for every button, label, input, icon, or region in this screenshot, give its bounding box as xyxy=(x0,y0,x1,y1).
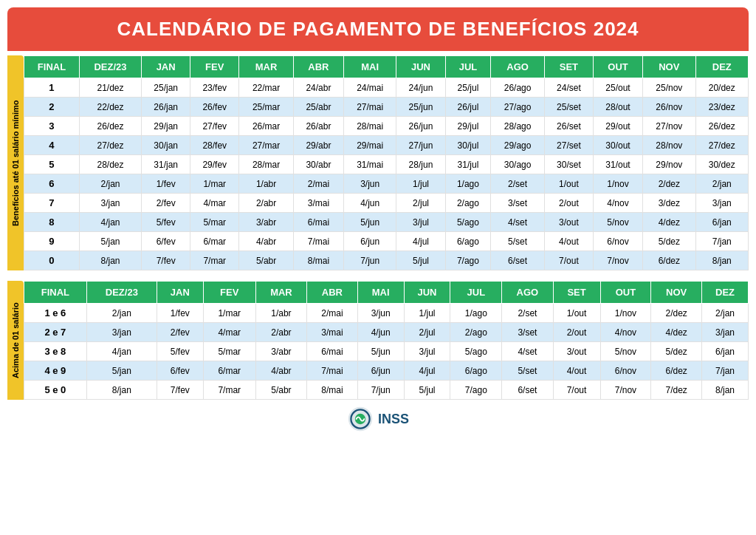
table-cell: 4/nov xyxy=(600,323,651,342)
column-header: MAR xyxy=(255,282,306,304)
table-cell: 20/dez xyxy=(695,78,748,98)
table-cell: 1/mar xyxy=(190,174,239,194)
table-cell: 3/out xyxy=(544,213,593,232)
table-cell: 7 xyxy=(24,194,80,213)
table-cell: 2/abr xyxy=(239,194,293,213)
table-cell: 2/fev xyxy=(157,323,203,342)
table-cell: 28/mai xyxy=(344,117,396,136)
table-cell: 26/mar xyxy=(239,117,293,136)
column-header: FINAL xyxy=(24,282,87,304)
table-cell: 7/jan xyxy=(702,361,749,381)
table-cell: 6/fev xyxy=(157,361,203,381)
table-cell: 6/mai xyxy=(307,342,358,361)
table-cell: 2 e 7 xyxy=(24,323,87,342)
table-cell: 7/nov xyxy=(593,251,642,270)
column-header: OUT xyxy=(593,56,642,78)
table-cell: 25/mar xyxy=(239,98,293,117)
table-cell: 29/ago xyxy=(491,136,544,155)
table-cell: 29/jul xyxy=(445,117,491,136)
table-cell: 26/jan xyxy=(142,98,190,117)
table-cell: 28/out xyxy=(593,98,642,117)
table-cell: 2/dez xyxy=(651,304,702,323)
column-header: DEZ xyxy=(702,282,749,304)
table-cell: 5/fev xyxy=(157,342,203,361)
table-cell: 5/dez xyxy=(651,342,702,361)
table-cell: 28/jun xyxy=(396,155,445,174)
column-header: FEV xyxy=(203,282,255,304)
table-cell: 3/jul xyxy=(396,213,445,232)
table-cell: 8 xyxy=(24,213,80,232)
table-cell: 4/mar xyxy=(203,323,255,342)
table-row: 1 e 62/jan1/fev1/mar1/abr2/mai3/jun1/jul… xyxy=(24,304,749,323)
table-cell: 25/out xyxy=(593,78,642,98)
table-cell: 24/set xyxy=(544,78,593,98)
table-cell: 31/jan xyxy=(142,155,190,174)
column-header: DEZ/23 xyxy=(79,56,141,78)
table-cell: 1/nov xyxy=(600,304,651,323)
table-cell: 0 xyxy=(24,251,80,270)
table-cell: 31/out xyxy=(593,155,642,174)
table-cell: 2/jul xyxy=(404,323,450,342)
table-cell: 2/ago xyxy=(450,323,502,342)
table-cell: 4/dez xyxy=(643,213,695,232)
table-cell: 3/set xyxy=(502,323,553,342)
table-cell: 7/jun xyxy=(344,251,396,270)
table-cell: 3/abr xyxy=(239,213,293,232)
table-cell: 26/set xyxy=(544,117,593,136)
table-cell: 5/jun xyxy=(357,342,404,361)
table-cell: 27/nov xyxy=(643,117,695,136)
table-cell: 25/nov xyxy=(643,78,695,98)
section1-table: FINALDEZ/23JANFEVMARABRMAIJUNJULAGOSETOU… xyxy=(24,55,749,270)
column-header: DEZ xyxy=(695,56,748,78)
column-header: JUL xyxy=(450,282,502,304)
table-cell: 27/set xyxy=(544,136,593,155)
table-cell: 9 xyxy=(24,232,80,251)
table-cell: 4/abr xyxy=(255,361,306,381)
table-cell: 1/abr xyxy=(239,174,293,194)
table-cell: 23/fev xyxy=(190,78,239,98)
table-cell: 22/dez xyxy=(79,98,141,117)
section2-table: FINALDEZ/23JANFEVMARABRMAIJUNJULAGOSETOU… xyxy=(24,281,749,400)
table-cell: 3/jan xyxy=(79,194,141,213)
table-cell: 3/jun xyxy=(357,304,404,323)
table-cell: 5/abr xyxy=(255,381,306,400)
table-cell: 7/ago xyxy=(445,251,491,270)
table-cell: 7/mai xyxy=(293,232,343,251)
table-cell: 6 xyxy=(24,174,80,194)
table-cell: 1/ago xyxy=(450,304,502,323)
column-header: FINAL xyxy=(24,56,80,78)
table-cell: 4/jan xyxy=(79,213,141,232)
table-cell: 29/jan xyxy=(142,117,190,136)
table-row: 326/dez29/jan27/fev26/mar26/abr28/mai26/… xyxy=(24,117,749,136)
table-row: 62/jan1/fev1/mar1/abr2/mai3/jun1/jul1/ag… xyxy=(24,174,749,194)
column-header: NOV xyxy=(643,56,695,78)
table-cell: 2/mai xyxy=(307,304,358,323)
table-cell: 3 e 8 xyxy=(24,342,87,361)
table-cell: 25/abr xyxy=(293,98,343,117)
table-cell: 23/dez xyxy=(695,98,748,117)
table-row: 08/jan7/fev7/mar5/abr8/mai7/jun5/jul7/ag… xyxy=(24,251,749,270)
table-cell: 6/fev xyxy=(142,232,190,251)
column-header: MAI xyxy=(344,56,396,78)
table-cell: 6/ago xyxy=(445,232,491,251)
table-cell: 5/dez xyxy=(643,232,695,251)
table-cell: 5/set xyxy=(491,232,544,251)
table-cell: 1/fev xyxy=(142,174,190,194)
column-header: MAI xyxy=(357,282,404,304)
table-row: 2 e 73/jan2/fev4/mar2/abr3/mai4/jun2/jul… xyxy=(24,323,749,342)
column-header: ABR xyxy=(307,282,358,304)
table-cell: 6/set xyxy=(491,251,544,270)
inss-text: INSS xyxy=(378,412,409,427)
table-cell: 31/jul xyxy=(445,155,491,174)
section2-side-label: Acima de 01 salário xyxy=(7,281,24,400)
table-cell: 3/abr xyxy=(255,342,306,361)
table-cell: 25/jul xyxy=(445,78,491,98)
table-cell: 26/ago xyxy=(491,78,544,98)
table-cell: 6/nov xyxy=(600,361,651,381)
table-cell: 8/mai xyxy=(307,381,358,400)
column-header: MAR xyxy=(239,56,293,78)
table-cell: 7/dez xyxy=(651,381,702,400)
table-cell: 26/fev xyxy=(190,98,239,117)
table-cell: 2/jan xyxy=(86,304,157,323)
table-cell: 4/jun xyxy=(344,194,396,213)
